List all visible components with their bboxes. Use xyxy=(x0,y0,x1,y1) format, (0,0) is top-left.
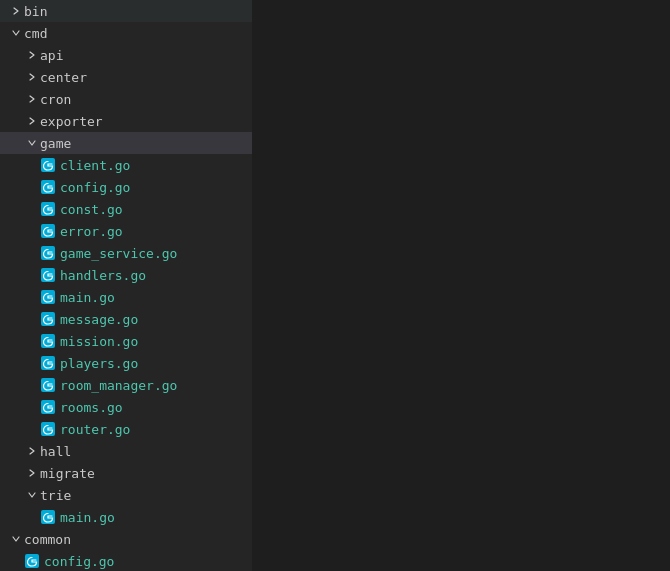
go-file-icon xyxy=(40,377,56,393)
tree-item-api[interactable]: api xyxy=(0,44,252,66)
folder-label: hall xyxy=(40,444,71,459)
arrow-down-icon xyxy=(8,534,24,544)
file-label: const.go xyxy=(60,202,123,217)
tree-item-common[interactable]: common xyxy=(0,528,252,550)
tree-item-error.go[interactable]: error.go xyxy=(0,220,252,242)
tree-item-trie[interactable]: trie xyxy=(0,484,252,506)
file-label: router.go xyxy=(60,422,130,437)
go-file-icon xyxy=(40,355,56,371)
tree-item-router.go[interactable]: router.go xyxy=(0,418,252,440)
tree-item-mission.go[interactable]: mission.go xyxy=(0,330,252,352)
arrow-right-icon xyxy=(24,94,40,104)
go-file-icon xyxy=(40,267,56,283)
go-file-icon xyxy=(40,223,56,239)
file-label: handlers.go xyxy=(60,268,146,283)
folder-label: migrate xyxy=(40,466,95,481)
go-file-icon xyxy=(40,333,56,349)
folder-label: bin xyxy=(24,4,47,19)
file-label: config.go xyxy=(44,554,114,569)
folder-label: exporter xyxy=(40,114,103,129)
editor-area xyxy=(252,0,670,571)
go-file-icon xyxy=(40,311,56,327)
arrow-right-icon xyxy=(8,6,24,16)
go-file-icon xyxy=(24,553,40,569)
go-file-icon xyxy=(40,157,56,173)
arrow-right-icon xyxy=(24,116,40,126)
arrow-down-icon xyxy=(24,138,40,148)
tree-item-room_manager.go[interactable]: room_manager.go xyxy=(0,374,252,396)
tree-item-handlers.go[interactable]: handlers.go xyxy=(0,264,252,286)
file-label: players.go xyxy=(60,356,138,371)
tree-item-rooms.go[interactable]: rooms.go xyxy=(0,396,252,418)
tree-item-main.go-game[interactable]: main.go xyxy=(0,286,252,308)
file-label: rooms.go xyxy=(60,400,123,415)
arrow-right-icon xyxy=(24,468,40,478)
tree-item-main.go-trie[interactable]: main.go xyxy=(0,506,252,528)
go-file-icon xyxy=(40,201,56,217)
tree-item-center[interactable]: center xyxy=(0,66,252,88)
file-tree: bin cmd api xyxy=(0,0,252,571)
go-file-icon xyxy=(40,399,56,415)
tree-item-client.go[interactable]: client.go xyxy=(0,154,252,176)
tree-item-hall[interactable]: hall xyxy=(0,440,252,462)
go-file-icon xyxy=(40,509,56,525)
go-file-icon xyxy=(40,245,56,261)
tree-item-migrate[interactable]: migrate xyxy=(0,462,252,484)
arrow-right-icon xyxy=(24,50,40,60)
file-label: room_manager.go xyxy=(60,378,177,393)
tree-item-const.go[interactable]: const.go xyxy=(0,198,252,220)
tree-item-bin[interactable]: bin xyxy=(0,0,252,22)
go-file-icon xyxy=(40,421,56,437)
folder-label: cmd xyxy=(24,26,47,41)
tree-item-game_service.go[interactable]: game_service.go xyxy=(0,242,252,264)
folder-label: trie xyxy=(40,488,71,503)
arrow-right-icon xyxy=(24,446,40,456)
tree-item-game[interactable]: game xyxy=(0,132,252,154)
file-label: main.go xyxy=(60,510,115,525)
tree-item-cron[interactable]: cron xyxy=(0,88,252,110)
go-file-icon xyxy=(40,179,56,195)
file-label: mission.go xyxy=(60,334,138,349)
folder-label: center xyxy=(40,70,87,85)
folder-label: common xyxy=(24,532,71,547)
go-file-icon xyxy=(40,289,56,305)
file-label: message.go xyxy=(60,312,138,327)
arrow-down-icon xyxy=(24,490,40,500)
file-label: game_service.go xyxy=(60,246,177,261)
folder-label: cron xyxy=(40,92,71,107)
folder-label: api xyxy=(40,48,63,63)
tree-item-message.go[interactable]: message.go xyxy=(0,308,252,330)
folder-label: game xyxy=(40,136,71,151)
file-label: main.go xyxy=(60,290,115,305)
tree-item-config.go[interactable]: config.go xyxy=(0,176,252,198)
arrow-right-icon xyxy=(24,72,40,82)
file-label: client.go xyxy=(60,158,130,173)
file-label: error.go xyxy=(60,224,123,239)
tree-item-cmd[interactable]: cmd xyxy=(0,22,252,44)
arrow-down-icon xyxy=(8,28,24,38)
tree-item-players.go[interactable]: players.go xyxy=(0,352,252,374)
file-label: config.go xyxy=(60,180,130,195)
tree-item-exporter[interactable]: exporter xyxy=(0,110,252,132)
tree-item-config.go-common[interactable]: config.go xyxy=(0,550,252,571)
